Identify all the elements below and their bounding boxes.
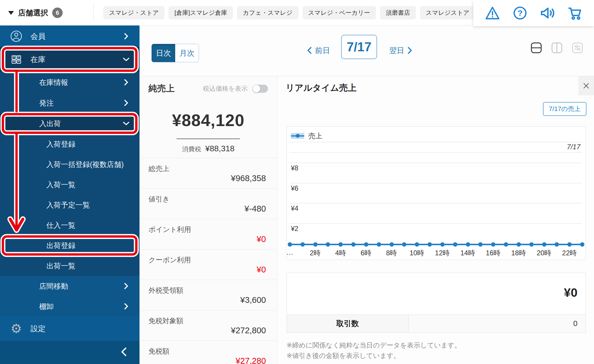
sidebar-item-stocktaking[interactable]: 棚卸 — [0, 296, 140, 316]
data-point — [390, 242, 394, 247]
store-tab[interactable]: カフェ・スマレジ — [237, 6, 298, 19]
sidebar-item-label: 入荷一括登録(複数店舗) — [46, 160, 124, 169]
transactions-row: 取引数 0 — [287, 314, 586, 332]
summary-rows: 総売上 ¥968,358 値引き ¥-480 ポイント利用 ¥0 クーポン利用 … — [140, 158, 277, 364]
x-axis-tick-label: … — [286, 248, 293, 256]
data-point — [338, 242, 343, 247]
next-day-button[interactable]: 翌日 — [389, 44, 412, 57]
chevron-right-icon — [123, 33, 130, 40]
sidebar-item-purchase-list[interactable]: 仕入一覧 — [0, 215, 140, 235]
sidebar-item-arrival-bulk-register[interactable]: 入荷一括登録(複数店舗) — [0, 154, 140, 174]
realtime-sales-title: リアルタイム売上 — [286, 82, 356, 94]
store-tab[interactable]: スマレジ・ストア — [103, 6, 164, 19]
sidebar-item-inventory[interactable]: 在庫 — [0, 47, 140, 72]
collapse-icon — [121, 347, 126, 357]
sales-summary-panel: 純売上 税込価格を表示 ¥884,120 消費税¥88,318 総売上 ¥968… — [140, 76, 277, 364]
chevron-right-icon — [123, 79, 130, 86]
sidebar-item-store-transfer[interactable]: 店間移動 — [0, 276, 140, 296]
row-value: ¥-480 — [245, 204, 266, 214]
sidebar-item-label: 入出荷 — [39, 119, 61, 128]
y-axis-tick-label: ¥2 — [291, 225, 298, 233]
data-point — [580, 242, 584, 247]
sidebar-collapse-button[interactable] — [0, 341, 140, 364]
sidebar-item-arrival-list[interactable]: 入荷一覧 — [0, 174, 140, 195]
sidebar-item-ordering[interactable]: 発注 — [0, 93, 140, 113]
data-point — [466, 242, 470, 247]
cart-icon[interactable] — [567, 5, 583, 21]
sidebar-item-inventory-info[interactable]: 在庫情報 — [0, 72, 140, 93]
transactions-value: 0 — [409, 315, 586, 332]
data-point — [326, 242, 330, 247]
store-tab[interactable]: [倉庫]スマレジ倉庫 — [169, 6, 233, 19]
chevron-right-icon — [408, 47, 412, 54]
chart-legend[interactable]: 売上 — [291, 131, 322, 141]
layout-columns-icon[interactable] — [551, 42, 562, 53]
sidebar-item-shipping-register[interactable]: 出荷登録 — [0, 235, 140, 256]
data-point — [567, 242, 572, 247]
store-tab[interactable]: 須磨書店 — [380, 6, 416, 19]
sidebar-item-arrival-register[interactable]: 入荷登録 — [0, 134, 140, 154]
sidebar-item-label: 入荷登録 — [46, 139, 75, 149]
row-value: ¥0 — [257, 265, 266, 274]
data-point — [517, 242, 521, 247]
store-select-label: 店舗選択 — [18, 8, 48, 18]
data-point — [478, 242, 483, 247]
data-point — [377, 242, 381, 247]
close-button[interactable] — [578, 76, 594, 95]
data-point — [428, 242, 432, 247]
sidebar-item-label: 在庫 — [30, 54, 46, 65]
data-point — [491, 242, 495, 247]
row-label: ポイント利用 — [148, 225, 191, 234]
sidebar-item-arrival-schedule-list[interactable]: 入荷予定一覧 — [0, 195, 140, 215]
daily-tab[interactable]: 日次 — [152, 44, 175, 62]
tax-included-toggle[interactable] — [252, 85, 268, 93]
sidebar-item-shipping-list[interactable]: 出荷一覧 — [0, 256, 140, 276]
sidebar-item-members[interactable]: 会員 — [0, 26, 140, 47]
daily-total-card: ¥0 取引数 0 — [287, 273, 586, 333]
data-point — [300, 242, 305, 247]
net-sales-title: 純売上 — [148, 83, 175, 94]
sidebar-item-settings[interactable]: 設定 — [0, 316, 140, 341]
row-label: 免税対象額 — [148, 316, 183, 325]
day-sales-button[interactable]: 7/17の売上 — [543, 102, 586, 116]
announcement-icon[interactable] — [539, 5, 555, 21]
sidebar-item-label: 会員 — [30, 31, 46, 41]
gridline — [290, 152, 582, 153]
monthly-tab[interactable]: 月次 — [175, 44, 199, 62]
sidebar-item-in-out-shipping[interactable]: 入出荷 — [0, 113, 140, 134]
current-date-button[interactable]: 7/17 — [341, 35, 377, 59]
sidebar-item-label: 店間移動 — [39, 281, 68, 291]
prev-day-button[interactable]: 前日 — [307, 44, 330, 57]
chevron-right-icon — [123, 303, 130, 310]
row-label: 免税額 — [148, 347, 169, 356]
gridline — [290, 142, 582, 142]
help-icon[interactable]: ? — [512, 5, 528, 21]
layout-switcher — [531, 42, 583, 53]
data-point — [415, 242, 419, 247]
next-day-label: 翌日 — [389, 46, 404, 56]
row-value: ¥27,280 — [236, 356, 266, 364]
gridline — [290, 223, 582, 224]
sidebar-item-label: 入荷予定一覧 — [46, 200, 90, 210]
member-icon — [10, 30, 23, 43]
row-value: ¥272,800 — [231, 326, 266, 335]
row-label: 値引き — [148, 194, 170, 204]
consumption-tax-value: ¥88,318 — [205, 144, 234, 153]
sidebar-item-label: 設定 — [30, 324, 46, 334]
sidebar-nav: 会員 在庫 在庫情報 発注 入出荷 入荷登録 入荷一括登録(複数店舗) — [0, 26, 140, 364]
chevron-down-icon — [123, 120, 130, 127]
layout-rows-icon[interactable] — [531, 42, 542, 53]
store-select-dropdown[interactable]: 店舗選択 6 — [8, 0, 63, 26]
sidebar-item-label: 出荷登録 — [46, 241, 75, 250]
summary-row: 外税受領額 ¥3,600 — [140, 280, 277, 310]
chevron-left-icon — [307, 47, 312, 54]
app-root: 店舗選択 6 スマレジ・ストア [倉庫]スマレジ倉庫 カフェ・スマレジ スマレジ… — [0, 0, 594, 364]
store-tab[interactable]: スマレジ・ベーカリー — [303, 6, 376, 19]
layout-settings-icon[interactable] — [572, 42, 583, 53]
data-point — [504, 242, 508, 247]
footnote: ※締めに関係なく純粋な当日のデータを表示しています。 — [287, 341, 461, 350]
gridline — [290, 163, 582, 163]
gear-icon — [10, 322, 23, 335]
alert-icon[interactable] — [484, 5, 501, 21]
row-label: 総売上 — [148, 164, 169, 173]
